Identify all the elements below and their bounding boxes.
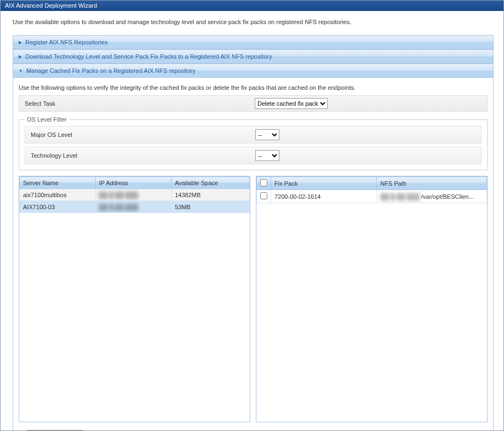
col-checkbox[interactable] xyxy=(257,177,271,190)
accordion-header-manage[interactable]: ▼ Manage Cached Fix Packs on a Registere… xyxy=(13,64,493,78)
chevron-right-icon: ▶ xyxy=(19,40,22,45)
cell-ip-address: ██.█.██.███ xyxy=(95,201,171,213)
select-all-checkbox[interactable] xyxy=(260,179,267,186)
select-task-dropdown[interactable]: Delete cached fix pack xyxy=(255,98,328,109)
accordion-label: Download Technology Level and Service Pa… xyxy=(25,53,272,60)
col-nfs-path[interactable]: NFS Path xyxy=(377,177,487,190)
accordion-body-manage: Use the following options to verify the … xyxy=(13,78,493,430)
col-fix-pack[interactable]: Fix Pack xyxy=(271,177,377,190)
major-os-dropdown[interactable]: -- xyxy=(255,129,279,140)
major-os-label: Major OS Level xyxy=(31,131,255,138)
content-area: Use the available options to download an… xyxy=(1,11,503,430)
tables-container: Server Name IP Address Available Space a… xyxy=(19,176,488,422)
accordion-header-register[interactable]: ▶ Register AIX NFS Repositories xyxy=(13,35,493,49)
create-action-container: Create Action xyxy=(26,430,488,430)
wizard-window: AIX Advanced Deployment Wizard Use the a… xyxy=(0,0,504,431)
accordion-label: Register AIX NFS Repositories xyxy=(25,39,107,45)
cell-server-name: aix7100multibos xyxy=(20,189,96,201)
col-server-name[interactable]: Server Name xyxy=(20,177,96,189)
intro-text: Use the available options to download an… xyxy=(13,19,494,25)
accordion-label: Manage Cached Fix Packs on a Registered … xyxy=(26,67,196,74)
col-available-space[interactable]: Available Space xyxy=(171,177,250,189)
accordion: ▶ Register AIX NFS Repositories ▶ Downlo… xyxy=(13,35,494,430)
select-task-row: Select Task Delete cached fix pack xyxy=(19,95,488,112)
table-row[interactable]: AIX7100-03 ██.█.██.███ 53MB xyxy=(20,201,250,213)
cell-ip-address: ██.█.██.███ xyxy=(95,189,171,201)
create-action-button[interactable]: Create Action xyxy=(26,430,83,430)
os-filter-legend: OS Level Filter xyxy=(25,116,69,123)
window-title: AIX Advanced Deployment Wizard xyxy=(5,2,97,9)
cell-nfs-ip: ██.█.██.███ xyxy=(380,193,420,200)
cell-nfs-path: ██.█.██.███ /var/opt/BESClien... xyxy=(377,190,487,203)
row-checkbox[interactable] xyxy=(260,192,267,199)
manage-instruction: Use the following options to verify the … xyxy=(19,84,488,91)
cell-nfs-pathstr: /var/opt/BESClien... xyxy=(421,193,474,200)
col-ip-address[interactable]: IP Address xyxy=(95,177,171,189)
table-row[interactable]: 7200-00-02-1614 ██.█.██.███ /var/opt/BES… xyxy=(257,190,487,203)
fixpack-table: Fix Pack NFS Path 7200-00-02-1614 xyxy=(256,176,488,422)
select-task-label: Select Task xyxy=(25,100,255,107)
chevron-right-icon: ▶ xyxy=(19,54,22,59)
cell-available-space: 53MB xyxy=(171,201,250,213)
cell-fix-pack: 7200-00-02-1614 xyxy=(271,190,377,203)
servers-table: Server Name IP Address Available Space a… xyxy=(19,176,250,422)
table-row[interactable]: aix7100multibos ██.█.██.███ 14382MB xyxy=(20,189,250,201)
cell-checkbox xyxy=(257,190,271,203)
chevron-down-icon: ▼ xyxy=(19,68,23,73)
os-level-filter: OS Level Filter Major OS Level -- Techno… xyxy=(19,116,488,170)
accordion-header-download[interactable]: ▶ Download Technology Level and Service … xyxy=(13,49,493,64)
tech-level-row: Technology Level -- xyxy=(25,147,482,164)
cell-server-name: AIX7100-03 xyxy=(20,201,96,213)
tech-level-label: Technology Level xyxy=(31,152,255,159)
window-title-bar: AIX Advanced Deployment Wizard xyxy=(1,1,503,11)
major-os-row: Major OS Level -- xyxy=(25,126,482,143)
tech-level-dropdown[interactable]: -- xyxy=(255,150,279,161)
cell-available-space: 14382MB xyxy=(171,189,250,201)
